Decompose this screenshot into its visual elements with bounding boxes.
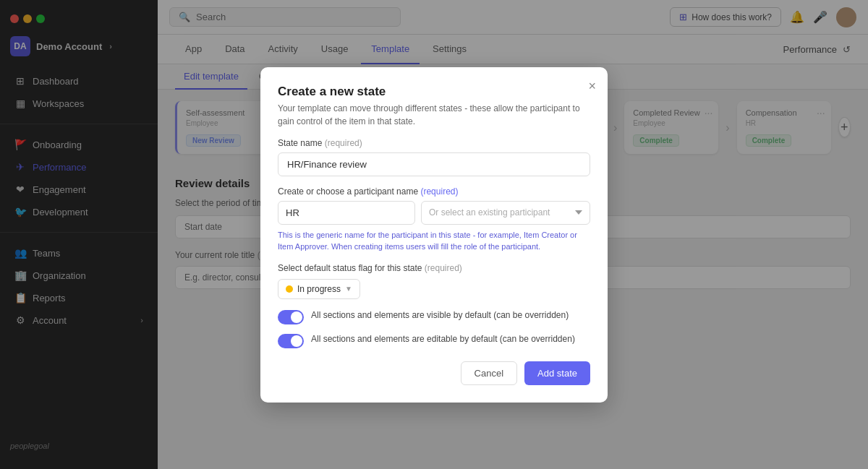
toggle-editable-label: All sections and elements are editable b… bbox=[311, 333, 575, 345]
modal-description: Your template can move through different… bbox=[278, 102, 590, 128]
toggle-visible-label: All sections and elements are visible by… bbox=[311, 309, 569, 322]
participant-hint: This is the generic name for the partici… bbox=[278, 229, 590, 253]
participant-name-label: Create or choose a participant name (req… bbox=[278, 186, 590, 197]
participant-row: Or select an existing participant bbox=[278, 201, 590, 225]
modal-overlay[interactable]: Create a new state × Your template can m… bbox=[0, 0, 868, 469]
modal-dialog: Create a new state × Your template can m… bbox=[260, 67, 608, 403]
add-state-button[interactable]: Add state bbox=[524, 361, 590, 385]
status-dot-icon bbox=[286, 285, 293, 293]
status-label: Select default status flag for this stat… bbox=[278, 263, 590, 273]
modal-footer: Cancel Add state bbox=[278, 361, 590, 385]
status-select[interactable]: In progress ▼ bbox=[278, 279, 360, 299]
modal-close-button[interactable]: × bbox=[588, 79, 596, 94]
status-chevron-icon: ▼ bbox=[345, 285, 352, 293]
toggle-row-1: All sections and elements are visible by… bbox=[278, 309, 590, 324]
toggle-editable-switch[interactable] bbox=[278, 334, 304, 348]
toggle-row-2: All sections and elements are editable b… bbox=[278, 333, 590, 348]
participant-name-input[interactable] bbox=[278, 201, 415, 225]
status-value: In progress bbox=[297, 284, 341, 294]
state-name-label: State name (required) bbox=[278, 138, 590, 148]
cancel-button[interactable]: Cancel bbox=[461, 361, 517, 385]
modal-title: Create a new state bbox=[278, 85, 590, 99]
state-name-input[interactable] bbox=[278, 152, 590, 176]
toggle-knob bbox=[291, 311, 302, 323]
toggle-visible-switch[interactable] bbox=[278, 310, 304, 324]
participant-select[interactable]: Or select an existing participant bbox=[421, 201, 590, 225]
toggle-knob2 bbox=[291, 335, 302, 347]
